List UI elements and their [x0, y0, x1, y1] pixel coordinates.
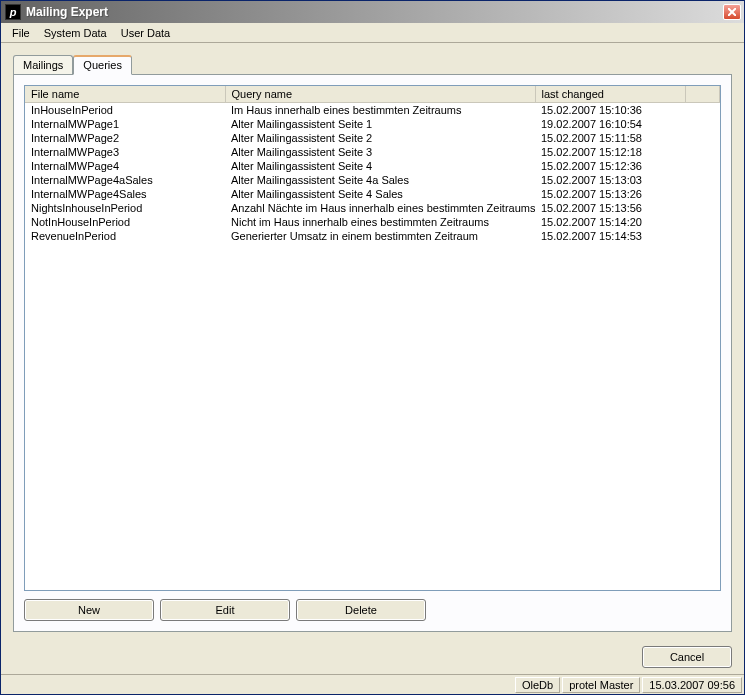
cell-file-name: InternalMWPage4aSales [25, 173, 225, 187]
close-button[interactable] [723, 4, 741, 20]
cancel-button[interactable]: Cancel [642, 646, 732, 668]
main-window: p Mailing Expert File System Data User D… [0, 0, 745, 695]
menu-system-data[interactable]: System Data [37, 25, 114, 41]
content-area: Mailings Queries File name Query name la… [1, 43, 744, 636]
cell-query-name: Alter Mailingassistent Seite 2 [225, 131, 535, 145]
table-row[interactable]: NotInHouseInPeriodNicht im Haus innerhal… [25, 215, 720, 229]
cell-file-name: NotInHouseInPeriod [25, 215, 225, 229]
column-header-file-name[interactable]: File name [25, 86, 225, 103]
table-row[interactable]: InternalMWPage4Alter Mailingassistent Se… [25, 159, 720, 173]
cell-query-name: Nicht im Haus innerhalb eines bestimmten… [225, 215, 535, 229]
table-row[interactable]: InternalMWPage4SalesAlter Mailingassiste… [25, 187, 720, 201]
cell-pad [685, 229, 720, 243]
cell-last-changed: 15.02.2007 15:14:53 [535, 229, 685, 243]
cell-file-name: InternalMWPage4 [25, 159, 225, 173]
cell-file-name: InternalMWPage3 [25, 145, 225, 159]
cell-query-name: Generierter Umsatz in einem bestimmten Z… [225, 229, 535, 243]
close-icon [728, 8, 736, 16]
table-row[interactable]: InternalMWPage4aSalesAlter Mailingassist… [25, 173, 720, 187]
menu-file[interactable]: File [5, 25, 37, 41]
tab-queries[interactable]: Queries [73, 55, 132, 75]
cell-query-name: Anzahl Nächte im Haus innerhalb eines be… [225, 201, 535, 215]
cell-last-changed: 15.02.2007 15:10:36 [535, 103, 685, 117]
status-db: OleDb [515, 677, 560, 693]
cell-pad [685, 117, 720, 131]
cell-last-changed: 15.02.2007 15:12:36 [535, 159, 685, 173]
cell-pad [685, 187, 720, 201]
cell-pad [685, 131, 720, 145]
cell-last-changed: 15.02.2007 15:13:56 [535, 201, 685, 215]
cell-query-name: Alter Mailingassistent Seite 4a Sales [225, 173, 535, 187]
cell-query-name: Im Haus innerhalb eines bestimmten Zeitr… [225, 103, 535, 117]
titlebar: p Mailing Expert [1, 1, 744, 23]
cell-pad [685, 201, 720, 215]
cell-pad [685, 159, 720, 173]
delete-button[interactable]: Delete [296, 599, 426, 621]
table-row[interactable]: RevenueInPeriodGenerierter Umsatz in ein… [25, 229, 720, 243]
cell-last-changed: 15.02.2007 15:13:26 [535, 187, 685, 201]
column-header-pad [685, 86, 720, 103]
column-header-row: File name Query name last changed [25, 86, 720, 103]
cell-last-changed: 19.02.2007 16:10:54 [535, 117, 685, 131]
tab-mailings[interactable]: Mailings [13, 55, 73, 74]
cell-query-name: Alter Mailingassistent Seite 1 [225, 117, 535, 131]
cell-last-changed: 15.02.2007 15:13:03 [535, 173, 685, 187]
column-header-query-name[interactable]: Query name [225, 86, 535, 103]
cell-file-name: InHouseInPeriod [25, 103, 225, 117]
tab-panel-queries: File name Query name last changed InHous… [13, 74, 732, 632]
menu-user-data[interactable]: User Data [114, 25, 178, 41]
cell-file-name: InternalMWPage1 [25, 117, 225, 131]
menubar: File System Data User Data [1, 23, 744, 43]
table-row[interactable]: InternalMWPage3Alter Mailingassistent Se… [25, 145, 720, 159]
cell-last-changed: 15.02.2007 15:11:58 [535, 131, 685, 145]
tabs-row: Mailings Queries [13, 53, 732, 74]
status-user: protel Master [562, 677, 640, 693]
cell-last-changed: 15.02.2007 15:14:20 [535, 215, 685, 229]
cell-pad [685, 173, 720, 187]
window-title: Mailing Expert [26, 5, 723, 19]
cell-pad [685, 215, 720, 229]
table-row[interactable]: InternalMWPage1Alter Mailingassistent Se… [25, 117, 720, 131]
table-row[interactable]: InternalMWPage2Alter Mailingassistent Se… [25, 131, 720, 145]
cell-pad [685, 103, 720, 117]
cell-query-name: Alter Mailingassistent Seite 3 [225, 145, 535, 159]
new-button[interactable]: New [24, 599, 154, 621]
statusbar: OleDb protel Master 15.03.2007 09:56 [1, 674, 744, 694]
cell-file-name: RevenueInPeriod [25, 229, 225, 243]
column-header-last-changed[interactable]: last changed [535, 86, 685, 103]
bottom-button-row: Cancel [1, 636, 744, 674]
table-row[interactable]: NightsInhouseInPeriodAnzahl Nächte im Ha… [25, 201, 720, 215]
status-datetime: 15.03.2007 09:56 [642, 677, 742, 693]
cell-file-name: NightsInhouseInPeriod [25, 201, 225, 215]
app-icon: p [5, 4, 21, 20]
edit-button[interactable]: Edit [160, 599, 290, 621]
queries-list[interactable]: File name Query name last changed InHous… [24, 85, 721, 591]
cell-query-name: Alter Mailingassistent Seite 4 [225, 159, 535, 173]
cell-last-changed: 15.02.2007 15:12:18 [535, 145, 685, 159]
table-row[interactable]: InHouseInPeriodIm Haus innerhalb eines b… [25, 103, 720, 117]
cell-pad [685, 145, 720, 159]
cell-query-name: Alter Mailingassistent Seite 4 Sales [225, 187, 535, 201]
cell-file-name: InternalMWPage2 [25, 131, 225, 145]
action-button-row: New Edit Delete [24, 591, 721, 621]
cell-file-name: InternalMWPage4Sales [25, 187, 225, 201]
